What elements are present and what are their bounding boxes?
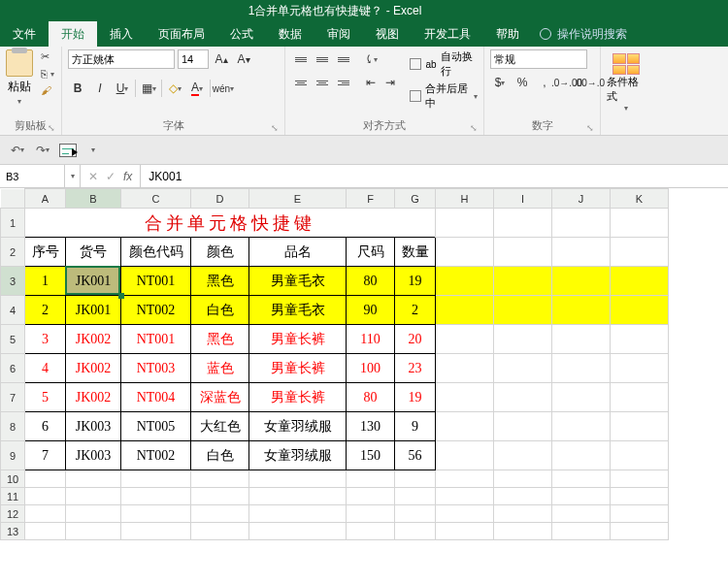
cell[interactable]: 19 bbox=[395, 267, 436, 296]
cell[interactable]: 女童羽绒服 bbox=[249, 441, 347, 470]
cell[interactable]: 7 bbox=[25, 441, 66, 470]
row-header-10[interactable]: 10 bbox=[1, 470, 25, 488]
align-center-button[interactable] bbox=[313, 73, 332, 92]
fill-color-button[interactable]: ◇▾ bbox=[165, 79, 184, 98]
tab-页面布局[interactable]: 页面布局 bbox=[146, 21, 217, 47]
underline-button[interactable]: U▾ bbox=[113, 79, 132, 98]
cell[interactable]: 男童毛衣 bbox=[249, 296, 347, 325]
cell[interactable] bbox=[25, 523, 66, 540]
shrink-font-button[interactable]: A▾ bbox=[234, 49, 253, 69]
font-size-select[interactable] bbox=[178, 49, 209, 69]
table-header[interactable]: 数量 bbox=[395, 238, 436, 267]
align-middle-button[interactable] bbox=[313, 49, 332, 69]
cell[interactable]: 80 bbox=[347, 383, 395, 412]
launcher-icon[interactable]: ⤡ bbox=[48, 123, 55, 133]
cell[interactable]: 男童长裤 bbox=[249, 354, 347, 383]
cell[interactable]: 男童长裤 bbox=[249, 325, 347, 354]
tab-数据[interactable]: 数据 bbox=[266, 21, 314, 47]
redo-button[interactable]: ↷▾ bbox=[33, 141, 52, 160]
sheet-title[interactable]: 合并单元格快捷键 bbox=[25, 209, 436, 238]
cell[interactable]: NT002 bbox=[121, 296, 191, 325]
cell[interactable] bbox=[436, 488, 494, 505]
cell[interactable] bbox=[494, 505, 552, 523]
table-header[interactable]: 尺码 bbox=[347, 238, 395, 267]
col-header-A[interactable]: A bbox=[25, 189, 66, 209]
cell[interactable]: JK002 bbox=[66, 325, 121, 354]
col-header-B[interactable]: B bbox=[66, 189, 121, 209]
col-header-J[interactable]: J bbox=[552, 189, 611, 209]
cell[interactable] bbox=[191, 470, 249, 488]
cell[interactable]: NT002 bbox=[121, 441, 191, 470]
cell[interactable]: 130 bbox=[347, 412, 395, 441]
cell[interactable] bbox=[347, 488, 395, 505]
row-header-11[interactable]: 11 bbox=[1, 488, 25, 505]
cell[interactable]: JK003 bbox=[66, 441, 121, 470]
cell[interactable]: JK002 bbox=[66, 354, 121, 383]
cell[interactable] bbox=[66, 470, 121, 488]
cell[interactable] bbox=[494, 523, 552, 540]
cell[interactable] bbox=[395, 470, 436, 488]
number-format-select[interactable] bbox=[490, 49, 587, 69]
format-painter-button[interactable]: 🖌 bbox=[37, 83, 58, 97]
cell[interactable]: 9 bbox=[395, 412, 436, 441]
cell[interactable]: 20 bbox=[395, 325, 436, 354]
name-box[interactable]: B3 bbox=[0, 165, 65, 187]
cell[interactable] bbox=[191, 488, 249, 505]
table-header[interactable]: 品名 bbox=[249, 238, 347, 267]
chevron-down-icon[interactable]: ▾ bbox=[17, 97, 21, 106]
cell[interactable] bbox=[249, 505, 347, 523]
border-button[interactable]: ▦▾ bbox=[139, 79, 158, 98]
row-header-4[interactable]: 4 bbox=[1, 296, 25, 325]
cell[interactable] bbox=[191, 523, 249, 540]
currency-button[interactable]: $▾ bbox=[490, 73, 510, 92]
col-header-C[interactable]: C bbox=[121, 189, 191, 209]
phonetic-button[interactable]: wén▾ bbox=[214, 79, 233, 98]
cell[interactable] bbox=[494, 488, 552, 505]
row-header-9[interactable]: 9 bbox=[1, 441, 25, 470]
tab-文件[interactable]: 文件 bbox=[0, 21, 49, 47]
cell[interactable]: 女童羽绒服 bbox=[249, 412, 347, 441]
cell[interactable]: 深蓝色 bbox=[191, 383, 249, 412]
cell[interactable]: 大红色 bbox=[191, 412, 249, 441]
cut-button[interactable]: ✂ bbox=[37, 49, 58, 64]
cell[interactable]: 蓝色 bbox=[191, 354, 249, 383]
cell[interactable] bbox=[395, 505, 436, 523]
cell[interactable]: 男童毛衣 bbox=[249, 267, 347, 296]
decrease-indent-button[interactable]: ⇤ bbox=[361, 73, 381, 92]
col-header-I[interactable]: I bbox=[494, 189, 552, 209]
enter-icon[interactable]: ✓ bbox=[106, 170, 116, 183]
formula-input[interactable] bbox=[141, 165, 728, 187]
cell[interactable]: 3 bbox=[25, 325, 66, 354]
cell[interactable]: 4 bbox=[25, 354, 66, 383]
cell[interactable]: 6 bbox=[25, 412, 66, 441]
cell[interactable] bbox=[552, 523, 611, 540]
col-header-K[interactable]: K bbox=[611, 189, 669, 209]
launcher-icon[interactable]: ⤡ bbox=[271, 123, 279, 133]
row-header-8[interactable]: 8 bbox=[1, 412, 25, 441]
col-header-F[interactable]: F bbox=[347, 189, 395, 209]
cell[interactable] bbox=[25, 488, 66, 505]
col-header-G[interactable]: G bbox=[395, 189, 436, 209]
cell[interactable] bbox=[66, 505, 121, 523]
align-bottom-button[interactable] bbox=[334, 49, 353, 69]
cell[interactable]: JK001 bbox=[66, 296, 121, 325]
table-header[interactable]: 序号 bbox=[25, 238, 66, 267]
font-name-select[interactable] bbox=[68, 49, 175, 69]
cell[interactable]: 黑色 bbox=[191, 325, 249, 354]
worksheet-grid[interactable]: ABCDEFGHIJK1合并单元格快捷键2序号货号颜色代码颜色品名尺码数量31J… bbox=[0, 188, 728, 540]
row-header-5[interactable]: 5 bbox=[1, 325, 25, 354]
cell[interactable] bbox=[347, 505, 395, 523]
table-header[interactable]: 颜色代码 bbox=[121, 238, 191, 267]
row-header-12[interactable]: 12 bbox=[1, 505, 25, 523]
table-header[interactable]: 货号 bbox=[66, 238, 121, 267]
cell[interactable]: 56 bbox=[395, 441, 436, 470]
orientation-button[interactable]: ⤹▾ bbox=[361, 49, 381, 69]
tab-帮助[interactable]: 帮助 bbox=[483, 21, 532, 47]
col-header-E[interactable]: E bbox=[249, 189, 347, 209]
cell[interactable]: NT003 bbox=[121, 354, 191, 383]
cell[interactable] bbox=[395, 523, 436, 540]
cell[interactable] bbox=[552, 488, 611, 505]
cell[interactable]: 男童长裤 bbox=[249, 383, 347, 412]
cell[interactable] bbox=[611, 505, 669, 523]
cell[interactable]: NT005 bbox=[121, 412, 191, 441]
